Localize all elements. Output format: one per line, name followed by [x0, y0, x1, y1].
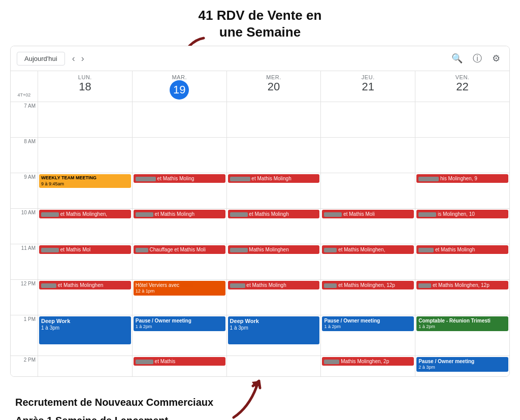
page-wrapper: 41 RDV de Vente en une Semaine Aujourd'h… — [0, 0, 520, 420]
cell-11am-ven[interactable]: et Mathis Molingh — [415, 244, 509, 280]
event-11am-mer[interactable]: Mathis Molinghen — [228, 245, 320, 254]
event-9am-ven[interactable]: his Molinghen, 9 — [416, 174, 508, 183]
event-9am-mar[interactable]: et Mathis Moling — [134, 174, 225, 183]
cell-11am-lun[interactable]: et Mathis Mol — [38, 244, 133, 280]
calendar-header: 4T+02 LUN. 18 MAR. 19 MER. 20 JEU. 21 — [11, 71, 509, 102]
today-button[interactable]: Aujourd'hui — [17, 52, 65, 66]
time-7am: 7 AM — [11, 102, 38, 137]
timezone-label: 4T+02 — [18, 92, 31, 98]
day-header-ven[interactable]: VEN. 22 — [415, 71, 509, 102]
row-9am: 9 AM WEEKLY TEAM MEETING 9 à 9:45am et M… — [11, 173, 509, 209]
cell-1pm-jeu[interactable]: Pause / Owner meeting 1 à 2pm — [321, 315, 415, 356]
event-pause-owner-ven-2[interactable]: Pause / Owner meeting 2 à 3pm — [416, 357, 508, 372]
cell-8am-mer — [227, 138, 321, 173]
event-11am-lun[interactable]: et Mathis Mol — [39, 245, 131, 254]
row-1pm: 1 PM Deep Work 1 à 3pm Pause / Owner mee… — [11, 315, 509, 356]
cell-7am-mar — [133, 102, 227, 138]
cell-10am-mer[interactable]: et Mathis Molingh — [227, 209, 321, 244]
calendar-container: Aujourd'hui ‹ › 🔍 ⓘ ⚙ 4T+02 LUN. 18 MAR. — [10, 46, 510, 377]
cell-2pm-mer — [227, 356, 321, 376]
event-12pm-ven[interactable]: et Mathis Molinghen, 12p — [416, 281, 508, 289]
event-11am-mar[interactable]: Chauffage et Mathis Moli — [134, 245, 225, 254]
search-icon-button[interactable]: 🔍 — [448, 50, 466, 67]
event-11am-jeu[interactable]: et Mathis Molinghen, — [322, 245, 414, 254]
cell-9am-jeu — [321, 173, 415, 209]
settings-icon-button[interactable]: ⚙ — [489, 50, 503, 67]
event-12pm-jeu[interactable]: et Mathis Molinghen, 12p — [322, 281, 414, 289]
row-11am: 11 AM et Mathis Mol Chauffage et Mathis … — [11, 244, 509, 280]
event-10am-ven[interactable]: is Molinghen, 10 — [416, 210, 508, 218]
cell-12pm-lun[interactable]: et Mathis Molinghen — [38, 280, 133, 315]
day-header-lun[interactable]: LUN. 18 — [38, 71, 133, 102]
cell-9am-mer[interactable]: et Mathis Molingh — [227, 173, 321, 209]
cell-10am-ven[interactable]: is Molinghen, 10 — [415, 209, 509, 244]
event-12pm-lun[interactable]: et Mathis Molinghen — [39, 281, 131, 289]
event-hotel-verviers[interactable]: Hôtel Verviers avec 12 à 1pm — [134, 281, 225, 296]
time-11am: 11 AM — [11, 244, 38, 279]
prev-button[interactable]: ‹ — [69, 51, 78, 66]
time-10am: 10 AM — [11, 209, 38, 244]
cell-8am-jeu — [321, 138, 415, 173]
cell-10am-mar[interactable]: et Mathis Molingh — [133, 209, 227, 244]
bottom-annotation-line2: Après 1 Semaine de Lancement — [10, 413, 213, 420]
calendar-toolbar: Aujourd'hui ‹ › 🔍 ⓘ ⚙ — [11, 46, 509, 71]
cell-12pm-ven[interactable]: et Mathis Molinghen, 12p — [415, 280, 509, 315]
event-weekly-team[interactable]: WEEKLY TEAM MEETING 9 à 9:45am — [39, 174, 131, 188]
bottom-annotation-line1: Recrutement de Nouveaux Commerciaux — [10, 395, 213, 409]
event-deep-work-lun[interactable]: Deep Work 1 à 3pm — [39, 316, 131, 344]
cell-7am-mer — [227, 102, 321, 138]
cell-12pm-mer[interactable]: et Mathis Molingh — [227, 280, 321, 315]
event-2pm-jeu[interactable]: Mathis Molinghen, 2p — [322, 357, 414, 366]
cell-2pm-mar[interactable]: et Mathis — [133, 356, 227, 376]
event-comptable[interactable]: Comptable - Réunion Trimesti 1 à 2pm — [416, 316, 508, 331]
cell-11am-mer[interactable]: Mathis Molinghen — [227, 244, 321, 280]
event-10am-lun[interactable]: et Mathis Molinghen, — [39, 210, 131, 218]
cell-8am-mar — [133, 138, 227, 173]
event-9am-mer[interactable]: et Mathis Molingh — [228, 174, 320, 183]
calendar-grid: 7 AM 8 AM 9 AM WEE — [11, 102, 509, 376]
time-8am: 8 AM — [11, 138, 38, 173]
event-pause-owner-jeu[interactable]: Pause / Owner meeting 1 à 2pm — [322, 316, 414, 331]
cell-11am-jeu[interactable]: et Mathis Molinghen, — [321, 244, 415, 280]
event-12pm-mer[interactable]: et Mathis Molingh — [228, 281, 320, 289]
cell-2pm-ven[interactable]: Pause / Owner meeting 2 à 3pm — [415, 356, 509, 376]
cell-11am-mar[interactable]: Chauffage et Mathis Moli — [133, 244, 227, 280]
event-10am-mar[interactable]: et Mathis Molingh — [134, 210, 225, 218]
next-button[interactable]: › — [78, 51, 87, 66]
cell-10am-lun[interactable]: et Mathis Molinghen, — [38, 209, 133, 244]
cell-9am-mar[interactable]: et Mathis Moling — [133, 173, 227, 209]
event-10am-mer[interactable]: et Mathis Molingh — [228, 210, 320, 218]
cell-12pm-jeu[interactable]: et Mathis Molinghen, 12p — [321, 280, 415, 315]
top-annotation-area: 41 RDV de Vente en une Semaine — [10, 5, 510, 46]
day-header-mer[interactable]: MER. 20 — [227, 71, 321, 102]
cell-8am-lun — [38, 138, 133, 173]
help-icon-button[interactable]: ⓘ — [470, 50, 485, 67]
cell-10am-jeu[interactable]: et Mathis Moli — [321, 209, 415, 244]
cell-7am-ven — [415, 102, 509, 138]
cell-1pm-mar[interactable]: Pause / Owner meeting 1 à 2pm — [133, 315, 227, 356]
cell-1pm-mer[interactable]: Deep Work 1 à 3pm — [227, 315, 321, 356]
cell-1pm-lun[interactable]: Deep Work 1 à 3pm — [38, 315, 133, 356]
day-header-mar[interactable]: MAR. 19 — [133, 71, 227, 102]
cell-7am-lun — [38, 102, 133, 138]
cell-8am-ven — [415, 138, 509, 173]
bottom-text: Recrutement de Nouveaux Commerciaux Aprè… — [10, 391, 213, 420]
time-12pm: 12 PM — [11, 280, 38, 315]
time-9am: 9 AM — [11, 173, 38, 208]
cell-9am-lun[interactable]: WEEKLY TEAM MEETING 9 à 9:45am — [38, 173, 133, 209]
event-deep-work-mer[interactable]: Deep Work 1 à 3pm — [228, 316, 320, 344]
bottom-arrow — [223, 377, 269, 420]
row-2pm: 2 PM et Mathis Mathis Molinghen, 2p Paus… — [11, 356, 509, 376]
day-header-jeu[interactable]: JEU. 21 — [321, 71, 415, 102]
event-11am-ven[interactable]: et Mathis Molingh — [416, 245, 508, 254]
gutter-header: 4T+02 — [11, 71, 38, 102]
event-10am-jeu[interactable]: et Mathis Moli — [322, 210, 414, 218]
cell-12pm-mar[interactable]: Hôtel Verviers avec 12 à 1pm — [133, 280, 227, 315]
cell-1pm-ven[interactable]: Comptable - Réunion Trimesti 1 à 2pm — [415, 315, 509, 356]
cell-9am-ven[interactable]: his Molinghen, 9 — [415, 173, 509, 209]
event-pause-owner-mar[interactable]: Pause / Owner meeting 1 à 2pm — [134, 316, 225, 331]
cell-2pm-jeu[interactable]: Mathis Molinghen, 2p — [321, 356, 415, 376]
event-2pm-mar[interactable]: et Mathis — [134, 357, 225, 366]
time-2pm: 2 PM — [11, 356, 38, 376]
row-10am: 10 AM et Mathis Molinghen, et Mathis Mol… — [11, 209, 509, 244]
